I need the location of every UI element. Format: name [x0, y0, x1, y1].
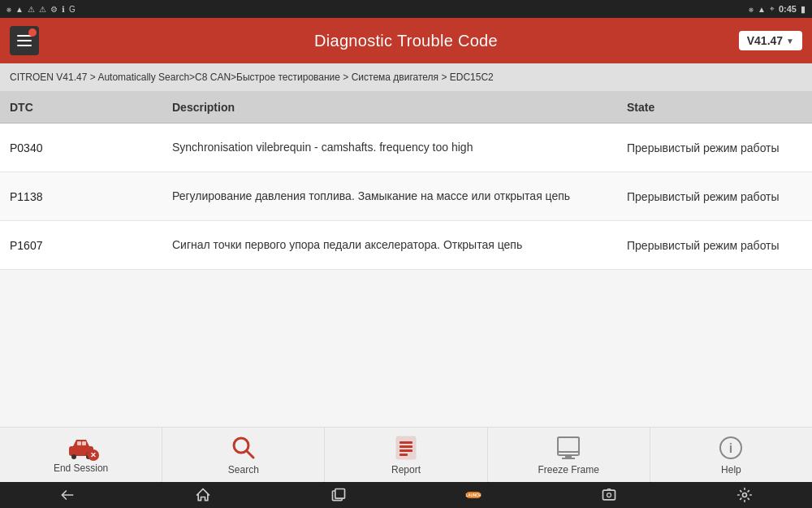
- version-label: V41.47: [747, 34, 783, 47]
- cell-dtc: P0340: [0, 141, 162, 154]
- version-button[interactable]: V41.47 ▼: [739, 31, 802, 50]
- column-header-dtc: DTC: [0, 101, 162, 114]
- nav-item-help[interactable]: i Help: [650, 428, 812, 482]
- status-bar: ⎈ ▲ ⚠ ⚠ ⚙ ℹ G ⎈ ▲ ⌖ 0:45 ▮: [0, 0, 812, 18]
- info-icon-small: ℹ: [62, 5, 65, 14]
- cell-state: Прерывистый режим работы: [617, 190, 812, 203]
- svg-rect-14: [558, 437, 579, 452]
- search-icon: [231, 435, 257, 461]
- bottom-navigation: ✕ End Session Search: [0, 427, 812, 508]
- clock: 0:45: [779, 4, 797, 14]
- cell-description: Регулирование давления топлива. Замыкани…: [162, 188, 617, 205]
- svg-text:i: i: [729, 441, 732, 455]
- nav-item-search[interactable]: Search: [162, 428, 325, 482]
- svg-rect-4: [82, 441, 86, 445]
- report-label: Report: [391, 464, 421, 475]
- toolbar-left: [10, 26, 39, 55]
- status-bar-left: ⎈ ▲ ⚠ ⚠ ⚙ ℹ G: [6, 5, 76, 14]
- table-row[interactable]: P1607 Сигнал точки первого упора педали …: [0, 221, 812, 270]
- freeze-frame-icon: [555, 435, 581, 461]
- table-row[interactable]: P0340 Synchronisation vilebrequin - cams…: [0, 124, 812, 172]
- bluetooth-icon: ⎈: [6, 5, 11, 14]
- settings-button[interactable]: [728, 485, 761, 505]
- system-bar: LAUNCH: [0, 482, 812, 508]
- cell-description: Сигнал точки первого упора педали акселе…: [162, 237, 617, 254]
- hamburger-line-2: [17, 40, 32, 41]
- table-header: DTC Description State: [0, 91, 812, 124]
- nav-item-freeze-frame[interactable]: Freeze Frame: [488, 428, 650, 482]
- svg-rect-12: [400, 454, 408, 456]
- svg-rect-3: [77, 441, 81, 445]
- svg-rect-11: [400, 449, 412, 452]
- svg-text:LAUNCH: LAUNCH: [466, 493, 482, 497]
- column-header-description: Description: [162, 101, 617, 114]
- cell-dtc: P1138: [0, 190, 162, 203]
- wifi-icon: ▲: [15, 5, 24, 14]
- svg-point-24: [607, 493, 611, 497]
- help-icon: i: [718, 435, 744, 461]
- cell-state: Прерывистый режим работы: [617, 141, 812, 154]
- cell-dtc: P1607: [0, 239, 162, 252]
- report-icon: [393, 435, 419, 461]
- settings-icon-small: ⚙: [50, 5, 58, 14]
- back-button[interactable]: [51, 485, 84, 505]
- svg-line-7: [247, 451, 253, 458]
- status-bar-right: ⎈ ▲ ⌖ 0:45 ▮: [749, 4, 806, 15]
- recents-button[interactable]: [322, 485, 355, 505]
- hamburger-line-3: [17, 45, 32, 46]
- hamburger-line-1: [17, 35, 32, 37]
- help-label: Help: [721, 464, 741, 475]
- svg-rect-20: [335, 489, 344, 499]
- nav-item-end-session[interactable]: ✕ End Session: [0, 428, 162, 482]
- car-icon: ✕: [67, 436, 96, 459]
- column-header-state: State: [617, 101, 812, 114]
- wifi-icon-right: ⌖: [770, 4, 775, 14]
- end-session-label: End Session: [54, 462, 108, 474]
- cell-state: Прерывистый режим работы: [617, 239, 812, 252]
- breadcrumb: CITROEN V41.47 > Automatically Search>C8…: [0, 63, 812, 91]
- table-body: P0340 Synchronisation vilebrequin - cams…: [0, 124, 812, 270]
- signal-icon: ▲: [758, 5, 766, 14]
- menu-button[interactable]: [10, 26, 39, 55]
- cell-description: Synchronisation vilebrequin - camshafts.…: [162, 139, 617, 156]
- g-icon: G: [69, 5, 76, 14]
- home-button[interactable]: [187, 485, 219, 505]
- launch-button[interactable]: LAUNCH: [457, 485, 490, 505]
- battery-icon: ▮: [801, 4, 806, 15]
- breadcrumb-text: CITROEN V41.47 > Automatically Search>C8…: [10, 72, 494, 83]
- table-row[interactable]: P1138 Регулирование давления топлива. За…: [0, 172, 812, 221]
- chevron-down-icon: ▼: [786, 37, 794, 46]
- search-label: Search: [228, 464, 259, 475]
- svg-point-1: [71, 454, 76, 459]
- bottom-nav-items: ✕ End Session Search: [0, 427, 812, 482]
- svg-rect-10: [400, 445, 412, 448]
- nav-item-report[interactable]: Report: [325, 428, 487, 482]
- toolbar: Diagnostic Trouble Code V41.47 ▼: [0, 18, 812, 63]
- screenshot-button[interactable]: [593, 485, 625, 505]
- page-title: Diagnostic Trouble Code: [314, 32, 498, 50]
- freeze-frame-label: Freeze Frame: [538, 464, 599, 475]
- svg-rect-23: [603, 490, 615, 500]
- warning-icon: ⚠: [28, 5, 35, 14]
- bt-icon: ⎈: [749, 5, 754, 14]
- svg-rect-9: [400, 441, 412, 444]
- svg-point-25: [742, 493, 746, 497]
- warning-icon-2: ⚠: [39, 5, 46, 14]
